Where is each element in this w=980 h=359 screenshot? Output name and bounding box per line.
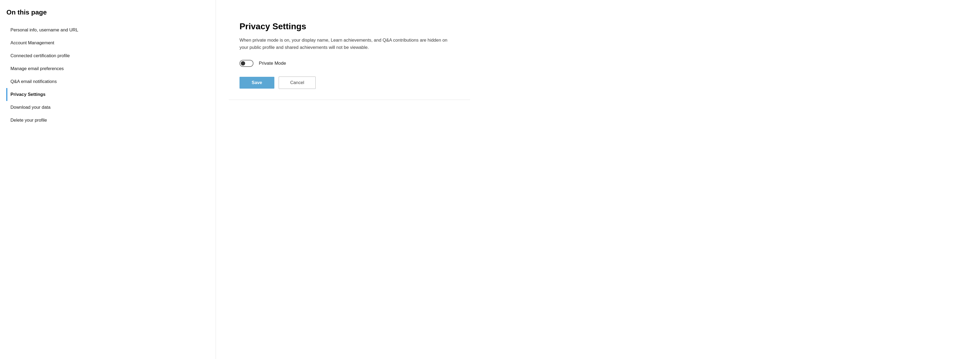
button-row: Save Cancel xyxy=(240,77,460,89)
private-mode-toggle[interactable] xyxy=(240,60,253,67)
save-button[interactable]: Save xyxy=(240,77,274,89)
cancel-button[interactable]: Cancel xyxy=(278,77,316,89)
privacy-settings-section: Privacy Settings When private mode is on… xyxy=(229,11,470,100)
sidebar-item-delete-profile[interactable]: Delete your profile xyxy=(6,114,216,127)
sidebar-item-account-management[interactable]: Account Management xyxy=(6,37,216,49)
sidebar-item-download-data[interactable]: Download your data xyxy=(6,101,216,114)
sidebar-item-qa-email[interactable]: Q&A email notifications xyxy=(6,75,216,88)
section-title: Privacy Settings xyxy=(240,21,460,32)
main-content: Privacy Settings When private mode is on… xyxy=(216,0,980,359)
sidebar-nav: Personal info, username and URLAccount M… xyxy=(6,24,216,127)
page-layout: On this page Personal info, username and… xyxy=(0,0,980,359)
toggle-row: Private Mode xyxy=(240,60,460,67)
section-description: When private mode is on, your display na… xyxy=(240,37,449,51)
sidebar: On this page Personal info, username and… xyxy=(0,0,216,359)
sidebar-item-connected-certification[interactable]: Connected certification profile xyxy=(6,49,216,62)
sidebar-heading: On this page xyxy=(6,9,216,16)
sidebar-item-personal-info[interactable]: Personal info, username and URL xyxy=(6,24,216,37)
sidebar-item-privacy-settings[interactable]: Privacy Settings xyxy=(6,88,216,101)
toggle-label: Private Mode xyxy=(259,61,286,66)
toggle-thumb xyxy=(241,61,245,65)
toggle-track xyxy=(240,60,253,67)
sidebar-item-manage-email[interactable]: Manage email preferences xyxy=(6,62,216,75)
